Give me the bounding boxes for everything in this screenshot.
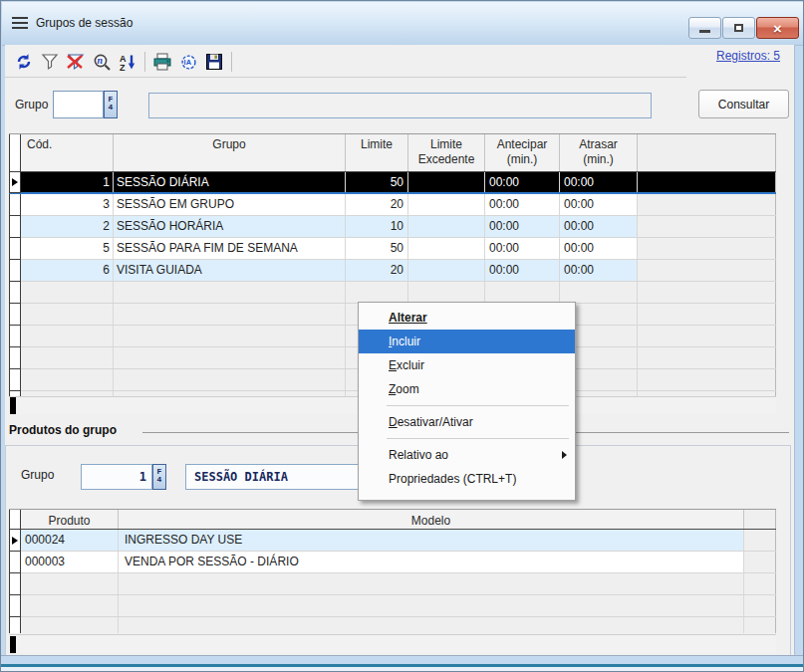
products-section-title: Produtos do grupo [9, 423, 117, 437]
col-header-limite-excedente[interactable]: LimiteExcedente [408, 134, 485, 171]
group-name-field [148, 93, 652, 118]
col-header-extra [638, 134, 776, 171]
clear-filter-icon [66, 53, 86, 71]
close-button[interactable]: × [756, 17, 799, 39]
empty-row [9, 617, 776, 633]
close-icon: × [773, 21, 782, 36]
menu-separator [359, 434, 575, 443]
current-row-arrow-icon [12, 178, 18, 186]
svg-text:n: n [97, 55, 103, 66]
toolbar-divider [5, 77, 686, 78]
svg-text:Z: Z [120, 63, 126, 72]
empty-row [9, 282, 776, 304]
title-bar[interactable]: Grupos de sessão × [2, 2, 804, 46]
group-row[interactable]: 2 SESSÃO HORÁRIA 10 00:00 00:00 [9, 216, 776, 238]
products-grid-scrollbar[interactable] [9, 634, 776, 653]
save-button[interactable] [201, 50, 227, 74]
group-search-label: Grupo [15, 98, 48, 112]
system-menu-icon[interactable] [12, 17, 28, 29]
products-group-code-field[interactable]: 1 [81, 464, 152, 490]
row-indicator-header [9, 510, 21, 530]
products-group-f4-button[interactable]: F 4 [152, 464, 166, 490]
minimize-icon [699, 30, 710, 33]
col-header-extra [744, 510, 776, 529]
products-grid: Produto Modelo 000024 INGRESSO DAY USE 0… [9, 509, 776, 633]
filter-button[interactable] [37, 50, 63, 74]
menu-item-incluir[interactable]: Incluir [359, 330, 575, 353]
current-row-arrow-icon [12, 537, 18, 545]
products-grid-header: Produto Modelo [9, 509, 776, 530]
group-code-f4-button[interactable]: F 4 [104, 91, 118, 118]
col-header-modelo[interactable]: Modelo [119, 510, 744, 529]
bottom-light-edge [1, 667, 803, 671]
toolbar: n A Z [11, 49, 236, 75]
menu-item-alterar[interactable]: Alterar [359, 306, 575, 330]
menu-item-relativo-ao[interactable]: Relativo ao [359, 443, 575, 467]
window-title: Grupos de sessão [36, 16, 133, 30]
toolbar-separator [144, 52, 145, 72]
menu-separator [359, 401, 575, 410]
printer-icon [152, 53, 172, 71]
empty-row [9, 573, 776, 595]
save-floppy-icon [205, 53, 223, 71]
sort-az-icon: A Z [119, 53, 136, 71]
toolbar-separator [231, 52, 232, 72]
col-header-antecipar[interactable]: Antecipar(min.) [485, 134, 560, 171]
col-header-grupo[interactable]: Grupo [114, 134, 346, 171]
group-code-input[interactable] [53, 91, 104, 118]
groups-grid-header: Cód. Grupo Limite LimiteExcedente Anteci… [9, 133, 776, 172]
refresh-icon [15, 53, 33, 71]
menu-item-propriedades[interactable]: Propriedades (CTRL+T) [359, 467, 575, 491]
edit-caret [10, 397, 16, 414]
menu-item-zoom[interactable]: Zoom [359, 377, 575, 401]
restore-icon [734, 24, 743, 32]
sort-button[interactable]: A Z [115, 50, 140, 74]
menu-item-excluir[interactable]: Excluir [359, 353, 575, 377]
filter-funnel-icon [41, 53, 59, 71]
ia-process-button[interactable]: IA [175, 50, 201, 74]
col-header-atrasar[interactable]: Atrasar(min.) [560, 134, 638, 171]
restore-button[interactable] [722, 17, 755, 39]
menu-item-desativar-ativar[interactable]: Desativar/Ativar [359, 410, 575, 434]
group-row[interactable]: 6 VISITA GUIADA 20 00:00 00:00 [9, 260, 776, 282]
svg-text:IA: IA [183, 58, 191, 67]
group-row[interactable]: 3 SESSÃO EM GRUPO 20 00:00 00:00 [9, 194, 776, 216]
col-header-cod[interactable]: Cód. [21, 134, 114, 171]
refresh-button[interactable] [11, 50, 37, 74]
group-row-selected[interactable]: 1 SESSÃO DIÁRIA 50 00:00 00:00 [9, 172, 776, 194]
col-header-limite[interactable]: Limite [346, 134, 408, 171]
submenu-arrow-icon [562, 451, 567, 459]
row-indicator-header [9, 134, 21, 172]
window-bottom-border [1, 655, 803, 671]
find-button[interactable]: n [89, 50, 115, 74]
registros-link[interactable]: Registros: 5 [716, 49, 780, 63]
edit-caret [10, 636, 16, 653]
empty-row [9, 595, 776, 617]
app-window: Grupos de sessão × [0, 0, 804, 672]
minimize-button[interactable] [688, 17, 721, 39]
col-header-produto[interactable]: Produto [21, 510, 119, 529]
product-row[interactable]: 000003 VENDA POR SESSÃO - DIÁRIO [9, 552, 776, 573]
group-row[interactable]: 5 SESSÃO PARA FIM DE SEMANA 50 00:00 00:… [9, 238, 776, 260]
products-group-label: Grupo [21, 468, 54, 482]
find-n-icon: n [93, 53, 112, 72]
clear-filter-button[interactable] [63, 50, 89, 74]
product-row-selected[interactable]: 000024 INGRESSO DAY USE [9, 530, 776, 552]
context-menu: Alterar Incluir Excluir Zoom Desativar/A… [358, 302, 576, 501]
ia-icon: IA [179, 53, 198, 72]
consultar-button[interactable]: Consultar [698, 90, 789, 118]
print-button[interactable] [149, 50, 175, 74]
